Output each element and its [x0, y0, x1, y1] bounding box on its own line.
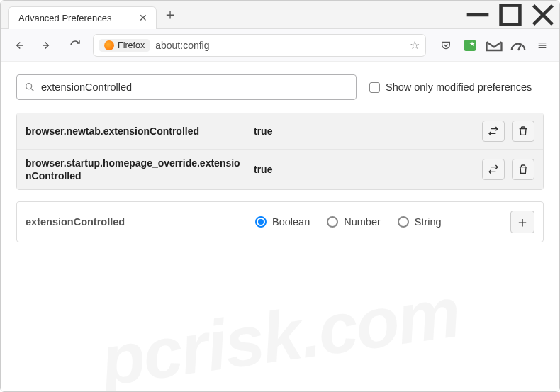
nav-toolbar: Firefox about:config ☆	[1, 29, 559, 62]
radio-icon	[327, 216, 338, 228]
toggle-button[interactable]	[482, 159, 505, 180]
toggle-button[interactable]	[482, 121, 505, 142]
titlebar: Advanced Preferences ✕ ＋	[1, 1, 559, 29]
window-controls	[461, 1, 559, 29]
tab-active[interactable]: Advanced Preferences ✕	[8, 6, 157, 29]
pref-name: browser.startup.homepage_override.extens…	[26, 157, 245, 182]
delete-button[interactable]	[512, 121, 534, 142]
svg-line-6	[518, 45, 521, 50]
mail-icon[interactable]	[484, 35, 504, 55]
search-icon	[24, 82, 35, 93]
trash-icon	[517, 164, 529, 175]
pref-value: true	[254, 125, 474, 137]
close-button[interactable]	[527, 1, 559, 29]
tab-title: Advanced Preferences	[18, 13, 132, 23]
radio-label: String	[415, 216, 442, 228]
checkbox-icon	[369, 82, 380, 93]
aboutconfig-content: Show only modified preferences browser.n…	[1, 62, 559, 391]
pref-actions	[482, 121, 534, 142]
trash-icon	[517, 125, 529, 137]
back-button[interactable]	[8, 35, 29, 56]
reload-button[interactable]	[65, 35, 86, 56]
pref-row[interactable]: browser.newtab.extensionControlled true	[17, 113, 543, 150]
swap-icon	[488, 164, 499, 175]
swap-icon	[488, 125, 499, 137]
checkbox-label: Show only modified preferences	[386, 82, 532, 93]
add-button[interactable]: ＋	[510, 211, 534, 233]
svg-rect-1	[501, 5, 520, 24]
new-tab-button[interactable]: ＋	[161, 6, 179, 24]
identity-box[interactable]: Firefox	[99, 39, 150, 52]
pref-value: true	[254, 164, 474, 175]
maximize-button[interactable]	[494, 1, 527, 29]
search-row: Show only modified preferences	[16, 74, 544, 100]
tabs-area: Advanced Preferences ✕ ＋	[1, 1, 461, 28]
svg-line-11	[31, 89, 33, 91]
dashboard-icon[interactable]	[508, 35, 528, 55]
delete-button[interactable]	[512, 159, 534, 180]
radio-icon	[398, 216, 409, 228]
toolbar-right	[433, 35, 552, 55]
close-icon[interactable]: ✕	[138, 12, 149, 23]
forward-button[interactable]	[36, 35, 57, 56]
pref-row[interactable]: browser.startup.homepage_override.extens…	[17, 150, 543, 189]
browser-window: Advanced Preferences ✕ ＋	[0, 0, 560, 392]
radio-label: Number	[344, 216, 381, 228]
radio-icon	[255, 216, 267, 228]
svg-point-10	[26, 84, 32, 89]
show-modified-checkbox[interactable]: Show only modified preferences	[369, 82, 532, 93]
firefox-icon	[104, 40, 114, 50]
bookmark-star-icon[interactable]: ☆	[410, 38, 420, 52]
url-text: about:config	[155, 40, 404, 51]
radio-string[interactable]: String	[398, 216, 442, 228]
pref-actions	[482, 159, 534, 180]
pref-name: browser.newtab.extensionControlled	[26, 125, 245, 138]
radio-label: Boolean	[272, 216, 310, 228]
pocket-icon[interactable]	[436, 35, 456, 55]
results-table: browser.newtab.extensionControlled true …	[16, 113, 544, 190]
pref-search-box[interactable]	[16, 74, 357, 100]
identity-label: Firefox	[118, 40, 145, 50]
radio-boolean[interactable]: Boolean	[255, 216, 310, 228]
create-pref-row: extensionControlled Boolean Number Strin…	[16, 201, 544, 242]
minimize-button[interactable]	[461, 1, 494, 29]
radio-number[interactable]: Number	[327, 216, 381, 228]
create-pref-name: extensionControlled	[26, 216, 238, 228]
hamburger-menu-button[interactable]	[532, 35, 552, 55]
watermark: pcrisk.com	[96, 271, 464, 392]
extension-icon[interactable]	[460, 35, 480, 55]
search-input[interactable]	[41, 82, 349, 93]
type-options: Boolean Number String	[255, 216, 493, 228]
url-bar[interactable]: Firefox about:config ☆	[93, 34, 426, 57]
